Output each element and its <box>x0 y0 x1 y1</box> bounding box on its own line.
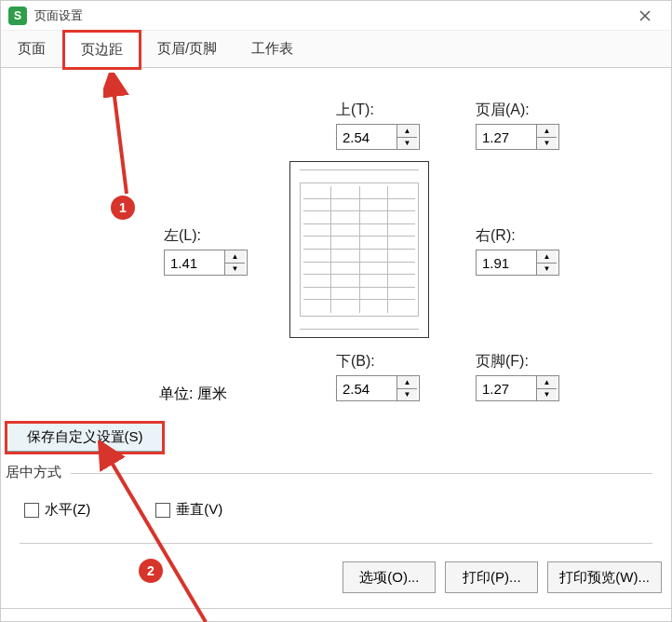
bottom-margin-label: 下(B): <box>336 352 375 372</box>
right-margin-label: 右(R): <box>476 226 516 246</box>
options-button[interactable]: 选项(O)... <box>343 561 436 593</box>
header-margin-input[interactable] <box>477 125 536 149</box>
margins-panel: 上(T): ▲▼ 页眉(A): ▲▼ 左(L): ▲▼ 右(R): ▲▼ 下(B… <box>20 77 652 431</box>
tab-bar: 页面 页边距 页眉/页脚 工作表 <box>1 31 671 68</box>
right-margin-input[interactable] <box>477 250 536 275</box>
tab-content: 上(T): ▲▼ 页眉(A): ▲▼ 左(L): ▲▼ 右(R): ▲▼ 下(B… <box>1 68 671 621</box>
close-icon <box>639 10 651 21</box>
spin-down-icon[interactable]: ▼ <box>537 138 557 150</box>
tab-page[interactable]: 页面 <box>1 31 63 67</box>
top-margin-input[interactable] <box>337 125 396 149</box>
checkbox-icon <box>24 503 39 518</box>
center-group-label: 居中方式 <box>6 464 61 481</box>
center-vertical-checkbox[interactable]: 垂直(V) <box>155 501 222 519</box>
tab-margins[interactable]: 页边距 <box>63 31 141 68</box>
separator <box>71 473 652 474</box>
header-margin-label: 页眉(A): <box>476 101 530 120</box>
titlebar: S 页面设置 <box>1 1 671 31</box>
spin-up-icon[interactable]: ▲ <box>537 250 557 264</box>
app-icon: S <box>8 7 27 25</box>
header-margin-spinner[interactable]: ▲▼ <box>476 124 559 150</box>
spin-down-icon[interactable]: ▼ <box>537 389 557 401</box>
right-margin-spinner[interactable]: ▲▼ <box>476 250 559 276</box>
top-margin-label: 上(T): <box>336 101 374 120</box>
footer-margin-input[interactable] <box>477 376 536 400</box>
spin-up-icon[interactable]: ▲ <box>537 125 557 138</box>
bottom-margin-spinner[interactable]: ▲▼ <box>336 375 420 401</box>
center-horizontal-checkbox[interactable]: 水平(Z) <box>24 501 90 519</box>
left-margin-spinner[interactable]: ▲▼ <box>164 250 248 276</box>
spin-down-icon[interactable]: ▼ <box>537 264 557 276</box>
unit-label: 单位: 厘米 <box>159 385 227 404</box>
dialog-title: 页面设置 <box>34 7 626 24</box>
svg-line-1 <box>105 452 206 622</box>
page-setup-dialog: S 页面设置 页面 页边距 页眉/页脚 工作表 上(T): ▲▼ 页眉(A): … <box>0 0 672 622</box>
spin-up-icon[interactable]: ▲ <box>397 125 417 138</box>
separator <box>1 608 671 609</box>
bottom-margin-input[interactable] <box>337 376 396 400</box>
spin-down-icon[interactable]: ▼ <box>397 138 417 150</box>
annotation-badge: 2 <box>139 559 163 583</box>
footer-margin-spinner[interactable]: ▲▼ <box>476 375 559 401</box>
left-margin-label: 左(L): <box>164 226 201 246</box>
tab-header-footer[interactable]: 页眉/页脚 <box>141 31 235 67</box>
spin-up-icon[interactable]: ▲ <box>225 250 245 264</box>
tab-worksheet[interactable]: 工作表 <box>235 31 311 67</box>
spin-down-icon[interactable]: ▼ <box>225 264 245 276</box>
annotation-arrow-icon <box>94 440 224 622</box>
print-preview-button[interactable]: 打印预览(W)... <box>547 561 662 593</box>
separator <box>20 543 652 544</box>
top-margin-spinner[interactable]: ▲▼ <box>336 124 420 150</box>
spin-up-icon[interactable]: ▲ <box>397 376 417 389</box>
left-margin-input[interactable] <box>165 250 224 275</box>
spin-up-icon[interactable]: ▲ <box>537 376 557 389</box>
spin-down-icon[interactable]: ▼ <box>397 389 417 401</box>
print-button[interactable]: 打印(P)... <box>445 561 538 593</box>
footer-margin-label: 页脚(F): <box>476 352 529 372</box>
page-preview <box>289 161 429 338</box>
close-button[interactable] <box>626 3 664 29</box>
save-custom-button[interactable]: 保存自定义设置(S) <box>6 422 164 452</box>
checkbox-icon <box>155 503 170 518</box>
